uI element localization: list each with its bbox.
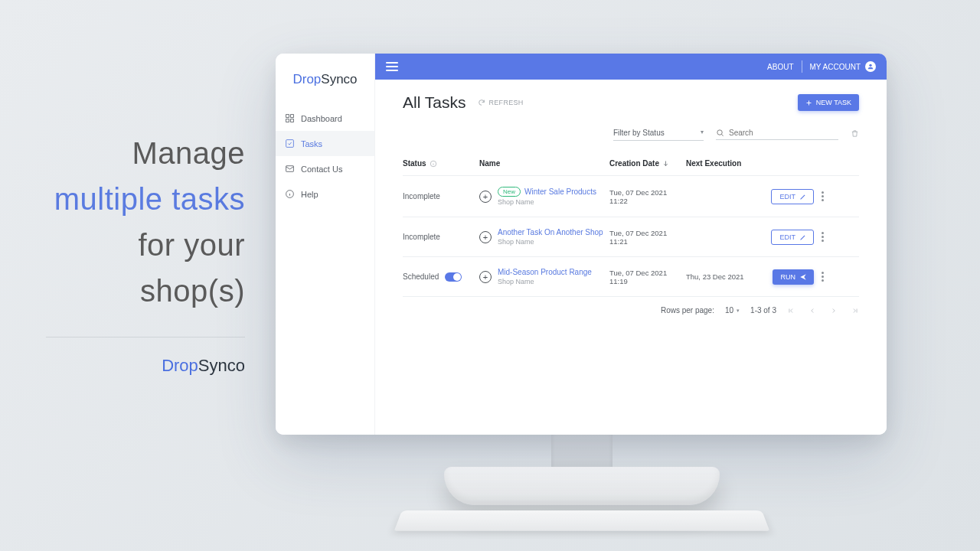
shop-name: Shop Name <box>498 238 603 246</box>
info-icon <box>285 189 295 199</box>
add-circle-icon[interactable]: + <box>479 191 492 203</box>
add-circle-icon[interactable]: + <box>479 271 492 283</box>
search-box <box>716 126 838 140</box>
pencil-icon <box>799 233 807 241</box>
send-icon <box>799 273 807 281</box>
filters-row: Filter by Status <box>375 119 887 152</box>
promo-line-4: shop(s) <box>46 268 245 314</box>
plus-icon <box>805 99 812 106</box>
promo-panel: Manage multiple tasks for your shop(s) D… <box>46 130 245 376</box>
refresh-icon <box>478 99 485 106</box>
promo-line-1: Manage <box>46 130 245 176</box>
sidebar-item-dashboard[interactable]: Dashboard <box>276 106 374 131</box>
more-icon[interactable] <box>822 272 824 282</box>
checkbox-icon <box>285 139 295 148</box>
sidebar-item-label: Contact Us <box>301 165 342 174</box>
topbar: ABOUT MY ACCOUNT <box>375 54 887 80</box>
promo-line-2: multiple tasks <box>46 176 245 222</box>
task-link[interactable]: Winter Sale Products <box>524 187 596 196</box>
more-icon[interactable] <box>822 191 824 201</box>
first-page-icon[interactable] <box>787 307 795 315</box>
info-icon <box>430 160 437 168</box>
td-actions: EDIT <box>755 230 824 245</box>
filter-by-status-select[interactable]: Filter by Status <box>613 126 704 141</box>
main-panel: ABOUT MY ACCOUNT All Tasks REFRESH NEW T… <box>375 54 887 435</box>
td-next-exec: Thu, 23 Dec 2021 <box>686 272 755 281</box>
page-title: All Tasks <box>403 93 466 112</box>
new-task-button[interactable]: NEW TASK <box>798 94 859 111</box>
td-name: +NewWinter Sale ProductsShop Name <box>479 187 609 206</box>
td-actions: RUN <box>755 269 824 285</box>
td-creation: Tue, 07 Dec 2021 11:19 <box>609 269 686 285</box>
svg-rect-0 <box>286 115 289 118</box>
svg-line-13 <box>721 134 723 135</box>
sidebar-item-tasks[interactable]: Tasks <box>276 131 374 156</box>
pagination: Rows per page: 10 1-3 of 3 <box>375 297 887 324</box>
trash-icon[interactable] <box>851 129 859 138</box>
hamburger-icon[interactable] <box>386 62 398 71</box>
svg-rect-1 <box>291 115 294 118</box>
table-row: Incomplete+Another Task On Another ShopS… <box>403 217 859 257</box>
td-status: Incomplete <box>403 233 479 241</box>
edit-button[interactable]: EDIT <box>771 230 814 245</box>
monitor-stand-base <box>444 467 720 505</box>
task-link[interactable]: Mid-Season Product Range <box>498 268 592 276</box>
svg-rect-5 <box>286 166 294 172</box>
add-circle-icon[interactable]: + <box>479 231 492 243</box>
keyboard-prop <box>394 510 769 531</box>
sidebar-item-label: Tasks <box>301 139 322 148</box>
new-badge: New <box>498 187 521 197</box>
refresh-label: REFRESH <box>488 99 523 106</box>
task-link[interactable]: Another Task On Another Shop <box>498 228 603 236</box>
th-status[interactable]: Status <box>403 159 479 168</box>
grid-icon <box>285 113 295 123</box>
run-button[interactable]: RUN <box>773 269 815 285</box>
mail-icon <box>285 164 295 174</box>
topbar-my-account[interactable]: MY ACCOUNT <box>802 61 877 72</box>
svg-rect-3 <box>291 119 294 122</box>
svg-point-12 <box>717 130 722 135</box>
refresh-button[interactable]: REFRESH <box>478 99 523 106</box>
th-name[interactable]: Name <box>479 159 609 168</box>
td-name: +Mid-Season Product RangeShop Name <box>479 268 609 285</box>
rows-label: Rows per page: <box>661 306 714 315</box>
arrow-down-icon <box>662 160 669 167</box>
table-row: Scheduled+Mid-Season Product RangeShop N… <box>403 257 859 297</box>
pencil-icon <box>799 193 807 201</box>
sidebar-item-contact[interactable]: Contact Us <box>276 156 374 181</box>
sidebar-item-help[interactable]: Help <box>276 181 374 207</box>
app-window: DropSynco Dashboard Tasks Contact Us Hel… <box>276 54 887 435</box>
td-status: Incomplete <box>403 192 479 201</box>
promo-line-3: for your <box>46 222 245 268</box>
sidebar-item-label: Dashboard <box>301 114 342 123</box>
svg-rect-4 <box>286 140 294 148</box>
table-header: Status Name Creation Date Next Execution <box>403 152 859 176</box>
schedule-toggle[interactable] <box>445 272 462 282</box>
next-page-icon[interactable] <box>830 307 838 315</box>
more-icon[interactable] <box>822 232 824 242</box>
td-creation: Tue, 07 Dec 2021 11:21 <box>609 229 686 246</box>
prev-page-icon[interactable] <box>808 307 816 315</box>
th-creation[interactable]: Creation Date <box>609 159 686 168</box>
sidebar-item-label: Help <box>301 190 318 199</box>
td-name: +Another Task On Another ShopShop Name <box>479 228 609 246</box>
tasks-table: Status Name Creation Date Next Execution… <box>375 152 887 297</box>
td-creation: Tue, 07 Dec 2021 11:22 <box>609 188 686 205</box>
promo-divider <box>46 337 245 337</box>
rows-per-page-select[interactable]: 10 <box>725 306 740 315</box>
td-status: Scheduled <box>403 272 479 282</box>
sidebar: DropSynco Dashboard Tasks Contact Us Hel… <box>276 54 375 435</box>
shop-name: Shop Name <box>498 198 596 206</box>
search-input[interactable] <box>729 129 838 137</box>
last-page-icon[interactable] <box>851 307 859 315</box>
th-next-exec[interactable]: Next Execution <box>686 159 755 168</box>
svg-point-9 <box>869 64 871 67</box>
page-header: All Tasks REFRESH NEW TASK <box>375 80 887 119</box>
td-actions: EDIT <box>755 189 824 204</box>
logo: DropSynco <box>276 54 374 106</box>
edit-button[interactable]: EDIT <box>771 189 814 204</box>
topbar-about[interactable]: ABOUT <box>760 63 801 71</box>
table-row: Incomplete+NewWinter Sale ProductsShop N… <box>403 176 859 217</box>
topbar-account-label: MY ACCOUNT <box>810 63 861 71</box>
shop-name: Shop Name <box>498 278 592 285</box>
